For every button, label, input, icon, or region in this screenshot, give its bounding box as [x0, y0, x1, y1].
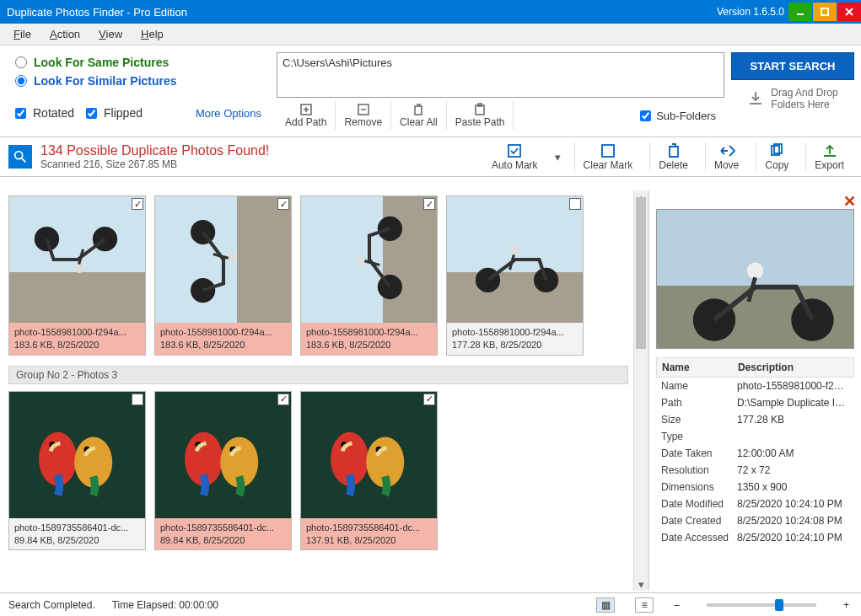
titlebar: Duplicate Photos Finder - Pro Edition Ve…: [0, 0, 861, 24]
thumbnail-card[interactable]: photo-1558981000-f294a...183.6 KB, 8/25/…: [8, 196, 146, 356]
list-view-button[interactable]: ≡: [635, 597, 654, 613]
thumbnail-view-button[interactable]: ▦: [596, 597, 615, 613]
drag-drop-hint: Drag And DropFolders Here: [731, 87, 854, 110]
close-preview-icon[interactable]: ✕: [843, 192, 856, 211]
thumbnail-info: 89.84 KB, 8/25/2020: [14, 534, 140, 547]
preview-row: Dimensions1350 x 900: [656, 479, 854, 495]
options-panel: Look For Same Pictures Look For Similar …: [0, 46, 861, 137]
scrollbar-thumb[interactable]: [636, 197, 646, 349]
thumbnail-card[interactable]: photo-1589735586401-dc...89.84 KB, 8/25/…: [154, 391, 292, 551]
preview-table-header: NameDescription: [656, 357, 854, 378]
thumbnail-filename: photo-1558981000-f294a...: [452, 326, 578, 339]
path-list[interactable]: C:\Users\Ashi\Pictures: [277, 52, 724, 98]
version-label: Version 1.6.5.0: [717, 6, 784, 18]
auto-mark-button[interactable]: Auto Mark: [483, 142, 546, 171]
status-bar: Search Completed. Time Elapsed: 00:00:00…: [0, 592, 861, 616]
copy-button[interactable]: Copy: [756, 142, 797, 171]
thumbnail-checkbox[interactable]: [277, 394, 289, 405]
delete-button[interactable]: Delete: [649, 142, 697, 171]
thumbnail-filename: photo-1558981000-f294a...: [306, 326, 432, 339]
svg-rect-7: [602, 145, 614, 157]
preview-row: Date Taken12:00:00 AM: [656, 445, 854, 462]
thumbnail-filename: photo-1558981000-f294a...: [14, 326, 140, 339]
menu-help[interactable]: Help: [132, 26, 172, 42]
path-entry: C:\Users\Ashi\Pictures: [283, 56, 392, 69]
thumbnail-filename: photo-1589735586401-dc...: [306, 522, 432, 534]
thumbnail-card[interactable]: photo-1589735586401-dc...137.91 KB, 8/25…: [300, 391, 438, 551]
preview-row: Resolution72 x 72: [656, 462, 854, 479]
thumbnail-info: 183.6 KB, 8/25/2020: [160, 339, 286, 351]
thumbnail-checkbox[interactable]: [132, 394, 143, 405]
thumbnail-checkbox[interactable]: [132, 198, 143, 210]
download-icon: [747, 90, 764, 107]
thumbnail-filename: photo-1589735586401-dc...: [14, 522, 140, 534]
vertical-scrollbar[interactable]: ▴ ▾: [633, 190, 648, 591]
svg-point-15: [227, 254, 236, 263]
radio-same-pictures[interactable]: Look For Same Pictures: [15, 56, 261, 69]
results-toolbar: 134 Possible Duplicate Photos Found! Sca…: [0, 137, 861, 177]
svg-point-11: [34, 227, 58, 251]
search-results-icon: [8, 145, 32, 169]
svg-point-36: [747, 263, 763, 279]
move-button[interactable]: Move: [705, 142, 747, 171]
zoom-out-button[interactable]: –: [670, 599, 683, 611]
window-title: Duplicate Photos Finder - Pro Edition: [7, 6, 717, 19]
menu-file[interactable]: File: [5, 26, 40, 42]
clear-all-button[interactable]: Clear All: [391, 101, 447, 130]
preview-row: Date Created8/25/2020 10:24:08 PM: [656, 512, 854, 529]
menu-action[interactable]: Action: [41, 26, 89, 42]
minimize-button[interactable]: [788, 3, 812, 21]
thumbnail-filename: photo-1589735586401-dc...: [160, 522, 286, 534]
results-subtitle: Scanned 216, Size 267.85 MB: [40, 158, 475, 170]
thumbnail-info: 183.6 KB, 8/25/2020: [306, 339, 432, 351]
svg-point-21: [509, 246, 518, 255]
thumbnail-info: 137.91 KB, 8/25/2020: [306, 534, 432, 547]
preview-row: Namephoto-1558981000-f294a...: [656, 378, 854, 394]
scroll-down-icon[interactable]: ▾: [634, 577, 648, 591]
export-button[interactable]: Export: [805, 142, 853, 171]
checkbox-rotated[interactable]: Rotated: [15, 106, 74, 120]
preview-row: PathD:\Sample Duplicate Ima...: [656, 394, 854, 411]
zoom-in-button[interactable]: +: [840, 599, 853, 611]
menu-view[interactable]: View: [90, 26, 131, 42]
preview-row: Type: [656, 428, 854, 445]
thumbnail-checkbox[interactable]: [423, 198, 435, 210]
more-options-link[interactable]: More Options: [196, 107, 261, 120]
preview-row: Date Accessed8/25/2020 10:24:10 PM: [656, 529, 854, 546]
thumbnail-checkbox[interactable]: [569, 198, 581, 210]
thumbnail-checkbox[interactable]: [277, 198, 289, 210]
svg-point-35: [791, 298, 833, 340]
remove-path-button[interactable]: Remove: [336, 101, 391, 130]
thumbnail-card[interactable]: photo-1558981000-f294a...177.28 KB, 8/25…: [446, 196, 584, 356]
svg-rect-6: [509, 145, 520, 157]
time-elapsed: Time Elapsed: 00:00:00: [112, 599, 218, 611]
start-search-button[interactable]: START SEARCH: [731, 52, 854, 80]
paste-path-button[interactable]: Paste Path: [447, 101, 514, 130]
checkbox-subfolders[interactable]: Sub-Folders: [640, 110, 724, 122]
results-title: 134 Possible Duplicate Photos Found!: [40, 143, 475, 158]
group-header: Group No 2 - Photos 3: [8, 366, 628, 384]
preview-panel: ✕ NameDescription Namephoto-1558981000-f…: [648, 190, 861, 591]
add-path-button[interactable]: Add Path: [277, 101, 336, 130]
preview-image: [656, 209, 854, 349]
menubar: File Action View Help: [0, 24, 861, 46]
dropdown-icon[interactable]: ▾: [555, 151, 566, 163]
checkbox-flipped[interactable]: Flipped: [86, 106, 143, 120]
thumbnail-card[interactable]: photo-1558981000-f294a...183.6 KB, 8/25/…: [154, 196, 292, 356]
thumbnail-checkbox[interactable]: [423, 394, 435, 405]
svg-point-5: [15, 152, 23, 159]
thumbnail-filename: photo-1558981000-f294a...: [160, 326, 286, 339]
svg-point-14: [191, 278, 215, 303]
svg-point-12: [73, 264, 83, 273]
thumbnail-info: 89.84 KB, 8/25/2020: [160, 534, 286, 547]
thumbnail-card[interactable]: photo-1558981000-f294a...183.6 KB, 8/25/…: [300, 196, 438, 356]
thumbnail-card[interactable]: photo-1589735586401-dc...89.84 KB, 8/25/…: [8, 391, 146, 551]
close-button[interactable]: [837, 3, 861, 21]
preview-row: Date Modified8/25/2020 10:24:10 PM: [656, 495, 854, 512]
zoom-slider[interactable]: [707, 603, 816, 607]
thumbnail-grid: photo-1558981000-f294a...183.6 KB, 8/25/…: [0, 190, 633, 591]
maximize-button[interactable]: [813, 3, 837, 21]
radio-similar-pictures[interactable]: Look For Similar Pictures: [15, 74, 261, 88]
clear-mark-button[interactable]: Clear Mark: [574, 142, 642, 171]
thumbnail-info: 183.6 KB, 8/25/2020: [14, 339, 140, 351]
